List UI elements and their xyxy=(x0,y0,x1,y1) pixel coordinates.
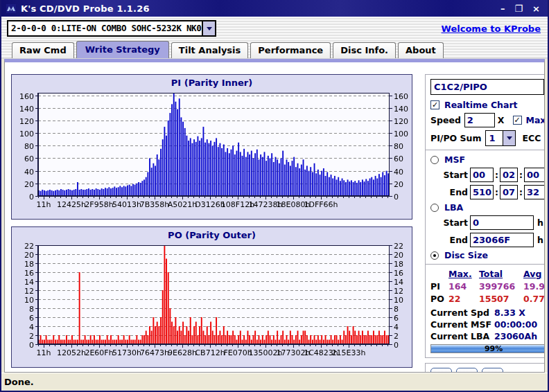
title-bar: K's CD/DVD Probe 1.1.26 – ❐ × xyxy=(1,0,548,17)
disc-size-label: Disc Size xyxy=(444,250,488,260)
current-msf-value: 00:00:00 xyxy=(494,319,537,330)
close-button[interactable]: × xyxy=(532,4,540,13)
tab-disc-info[interactable]: Disc Info. xyxy=(333,42,396,58)
lba-start-unit: h xyxy=(537,217,543,228)
lba-end-unit: h xyxy=(537,235,543,245)
maximize-button[interactable]: ❐ xyxy=(514,4,523,13)
current-msf-label: Current MSF xyxy=(430,319,494,330)
current-lba-label: Current LBA xyxy=(430,331,494,341)
pi-avg-value: 19.998 xyxy=(523,281,545,292)
max-label: Max xyxy=(526,115,546,125)
chevron-down-icon xyxy=(507,136,512,140)
divider xyxy=(426,150,545,151)
mode-select-value: C1C2/PIPO xyxy=(431,80,543,94)
tab-page-write-strategy: PI (Parity Inner) PO (Parity Outer) C1C2… xyxy=(4,59,545,373)
msf-start-label: Start xyxy=(443,170,468,180)
msf-start-sec-input[interactable] xyxy=(500,168,518,182)
msf-label: MSF xyxy=(444,154,465,165)
tab-raw-cmd[interactable]: Raw Cmd xyxy=(12,42,74,58)
realtime-chart-label: Realtime Chart xyxy=(444,100,518,110)
current-lba-value: 23060Ah xyxy=(494,331,537,341)
speed-label: Speed xyxy=(430,115,461,125)
tab-tilt-analysis[interactable]: Tilt Analysis xyxy=(171,42,248,58)
pi-max-value: 164 xyxy=(448,281,479,292)
drive-select-value: 2-0-0-0 0:LITE-ON COMBO SOHC-5232K NK07 xyxy=(8,21,202,35)
lba-start-input[interactable] xyxy=(470,215,534,230)
pi-chart-panel: PI (Parity Inner) xyxy=(11,74,412,220)
po-max-value: 22 xyxy=(448,294,479,304)
pi-chart-canvas xyxy=(12,89,411,217)
divider xyxy=(426,264,545,265)
welcome-link[interactable]: Welcome to KProbe xyxy=(442,24,541,34)
drive-select-dropdown-button[interactable] xyxy=(202,21,215,35)
stats-row-pi-label: PI xyxy=(430,281,448,292)
msf-start-min-input[interactable] xyxy=(470,168,494,182)
pipo-sum-label: PI/PO Sum xyxy=(430,133,481,143)
pi-total-value: 399766 xyxy=(479,281,523,292)
stats-row-po-label: PO xyxy=(430,294,448,304)
current-spd-value: 8.33 X xyxy=(494,308,525,318)
mode-select-dropdown-button[interactable] xyxy=(543,80,545,94)
toolbar-area: 2-0-0-0 0:LITE-ON COMBO SOHC-5232K NK07 … xyxy=(1,17,548,59)
msf-end-frame-input[interactable] xyxy=(524,185,545,199)
lba-radio[interactable] xyxy=(430,204,439,212)
current-spd-label: Current Spd xyxy=(430,308,494,318)
speed-input[interactable] xyxy=(464,113,495,127)
po-chart-panel: PO (Parity Outer) xyxy=(11,226,412,368)
mode-select[interactable]: C1C2/PIPO xyxy=(430,79,545,95)
colon-separator: : xyxy=(519,170,523,180)
po-total-value: 15507 xyxy=(479,294,523,304)
po-chart-title: PO (Parity Outer) xyxy=(12,227,412,242)
export-image-button[interactable] xyxy=(482,368,503,373)
lba-label: LBA xyxy=(444,202,463,213)
print-button[interactable] xyxy=(430,368,452,373)
chevron-down-icon xyxy=(207,27,212,30)
status-bar: Done. xyxy=(1,373,548,391)
lba-end-label: End xyxy=(443,235,468,245)
disc-size-radio[interactable] xyxy=(430,251,439,260)
pipo-sum-value: 1 xyxy=(486,131,503,145)
pipo-sum-select[interactable]: 1 xyxy=(485,130,516,146)
tab-about[interactable]: About xyxy=(398,42,444,58)
app-window: K's CD/DVD Probe 1.1.26 – ❐ × 2-0-0-0 0:… xyxy=(0,0,549,392)
pi-chart-title: PI (Parity Inner) xyxy=(12,75,412,89)
tab-bar: Raw Cmd Write Strategy Tilt Analysis Per… xyxy=(1,40,548,58)
colon-separator: : xyxy=(495,187,498,197)
actions-group: Stop Start xyxy=(425,363,545,373)
progress-bar: 99% xyxy=(430,344,545,353)
colon-separator: : xyxy=(519,187,523,197)
msf-end-min-input[interactable] xyxy=(470,185,494,199)
stats-table: Max. Total Avg PI 164 399766 19.998 PO 2… xyxy=(430,269,545,304)
drive-select[interactable]: 2-0-0-0 0:LITE-ON COMBO SOHC-5232K NK07 xyxy=(7,20,216,37)
window-title: K's CD/DVD Probe 1.1.26 xyxy=(21,3,150,14)
stats-header-total: Total xyxy=(479,269,523,279)
pipo-sum-dropdown-button[interactable] xyxy=(503,131,515,145)
msf-end-label: End xyxy=(443,187,468,197)
po-chart-canvas xyxy=(12,242,411,365)
settings-group: C1C2/PIPO ✓ Realtime Chart Speed X ✓ Ma xyxy=(425,74,545,358)
stats-header-max: Max. xyxy=(448,269,479,279)
minimize-button[interactable]: – xyxy=(500,4,505,13)
msf-end-sec-input[interactable] xyxy=(500,185,518,199)
po-avg-value: 0.776 xyxy=(523,294,545,304)
stats-header-avg: Avg xyxy=(523,269,545,279)
lba-start-label: Start xyxy=(443,217,468,228)
status-text: Done. xyxy=(4,377,34,387)
ecc-label: ECC xyxy=(522,133,541,143)
lba-end-input[interactable] xyxy=(470,233,534,247)
colon-separator: : xyxy=(495,170,498,180)
save-button[interactable] xyxy=(456,368,478,373)
max-checkbox[interactable]: ✓ xyxy=(513,116,522,125)
tab-write-strategy[interactable]: Write Strategy xyxy=(76,41,169,58)
realtime-chart-checkbox[interactable]: ✓ xyxy=(430,100,439,109)
speed-unit-label: X xyxy=(498,115,505,125)
control-panel: C1C2/PIPO ✓ Realtime Chart Speed X ✓ Ma xyxy=(419,62,545,372)
msf-radio[interactable] xyxy=(430,156,439,164)
msf-start-frame-input[interactable] xyxy=(524,168,545,182)
tab-performance[interactable]: Performance xyxy=(250,42,331,58)
app-icon xyxy=(6,4,16,13)
charts-column: PI (Parity Inner) PO (Parity Outer) xyxy=(5,62,419,372)
progress-text: 99% xyxy=(431,345,545,353)
